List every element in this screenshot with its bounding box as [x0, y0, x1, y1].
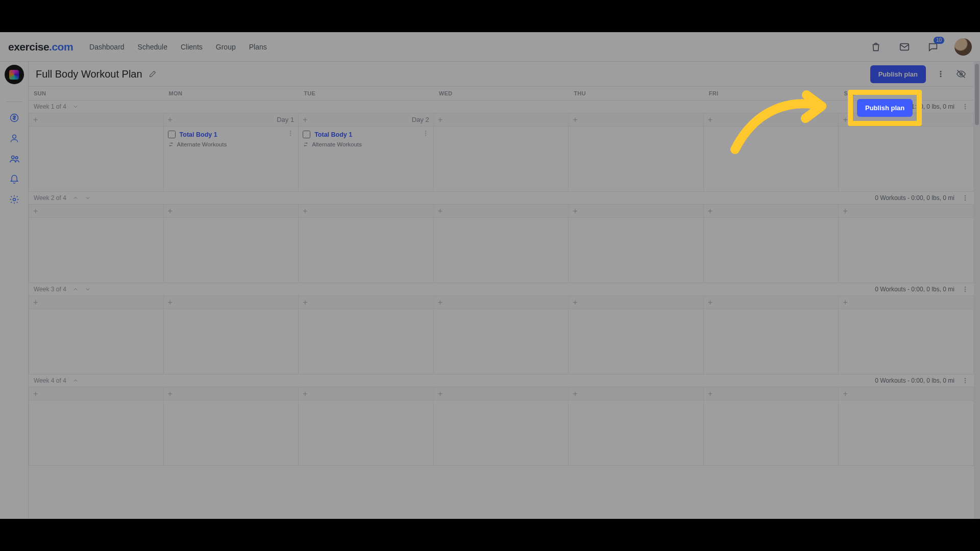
- day-cell[interactable]: [569, 217, 704, 283]
- week-more-icon[interactable]: [962, 377, 969, 384]
- day-cell[interactable]: [569, 126, 704, 191]
- add-workout-icon[interactable]: +: [438, 298, 443, 307]
- chat-icon[interactable]: 10: [926, 40, 940, 54]
- alternate-workouts-row[interactable]: Alternate Workouts: [303, 141, 429, 147]
- plan-more-icon[interactable]: [935, 68, 946, 80]
- add-workout-icon[interactable]: +: [33, 390, 38, 398]
- day-cell[interactable]: [29, 217, 164, 283]
- day-cell[interactable]: Total Body 1Alternate Workouts: [164, 126, 299, 191]
- scrollbar-thumb[interactable]: [975, 64, 979, 125]
- add-workout-icon[interactable]: +: [573, 207, 577, 215]
- day-cell[interactable]: [29, 309, 164, 374]
- week-more-icon[interactable]: [962, 103, 969, 110]
- chevron-down-icon[interactable]: [72, 104, 79, 110]
- workout-more-icon[interactable]: [287, 130, 294, 137]
- day-cell[interactable]: [299, 309, 434, 374]
- add-workout-icon[interactable]: +: [168, 390, 173, 398]
- day-cell[interactable]: [299, 400, 434, 465]
- day-cell[interactable]: [299, 217, 434, 283]
- day-cell[interactable]: [704, 217, 839, 283]
- shop-icon[interactable]: [869, 40, 883, 54]
- workout-checkbox[interactable]: [168, 131, 176, 138]
- day-cell[interactable]: [704, 309, 839, 374]
- day-cell[interactable]: [704, 400, 839, 465]
- nav-dashboard[interactable]: Dashboard: [89, 43, 125, 51]
- nav-schedule[interactable]: Schedule: [138, 43, 167, 51]
- day-cell[interactable]: [839, 400, 974, 465]
- add-workout-icon[interactable]: +: [168, 298, 173, 307]
- add-workout-icon[interactable]: +: [303, 390, 307, 398]
- add-workout-icon[interactable]: +: [168, 207, 173, 215]
- add-workout-icon[interactable]: +: [708, 207, 713, 215]
- day-cell[interactable]: [29, 126, 164, 191]
- svg-point-6: [940, 71, 941, 72]
- add-workout-icon[interactable]: +: [33, 298, 38, 307]
- nav-plans[interactable]: Plans: [249, 43, 267, 51]
- add-workout-icon[interactable]: +: [438, 207, 443, 215]
- workout-item[interactable]: Total Body 1: [303, 131, 422, 138]
- edit-icon[interactable]: [149, 70, 157, 78]
- add-workout-icon[interactable]: +: [303, 298, 307, 307]
- nav-clients[interactable]: Clients: [181, 43, 203, 51]
- add-workout-icon[interactable]: +: [168, 116, 173, 124]
- day-cell[interactable]: [569, 400, 704, 465]
- add-workout-icon[interactable]: +: [33, 116, 38, 124]
- add-workout-icon[interactable]: +: [438, 116, 443, 124]
- user-avatar[interactable]: [954, 38, 972, 56]
- svg-point-18: [425, 135, 426, 136]
- rail-billing-icon[interactable]: [7, 110, 22, 126]
- workout-item[interactable]: Total Body 1: [168, 131, 287, 138]
- add-workout-icon[interactable]: +: [573, 390, 577, 398]
- day-cell[interactable]: [434, 126, 569, 191]
- add-workout-icon[interactable]: +: [843, 298, 847, 307]
- add-workout-icon[interactable]: +: [708, 298, 713, 307]
- day-cell[interactable]: [569, 309, 704, 374]
- chevron-up-icon[interactable]: [72, 286, 79, 292]
- workout-checkbox[interactable]: [303, 131, 310, 138]
- day-cell[interactable]: [29, 400, 164, 465]
- add-workout-icon[interactable]: +: [33, 207, 38, 215]
- add-workout-icon[interactable]: +: [303, 116, 307, 124]
- add-workout-icon[interactable]: +: [438, 390, 443, 398]
- day-label: Day 1: [277, 116, 294, 123]
- day-cell[interactable]: [839, 217, 974, 283]
- alternate-workouts-row[interactable]: Alternate Workouts: [168, 141, 295, 147]
- add-workout-icon[interactable]: +: [843, 116, 847, 124]
- add-workout-icon[interactable]: +: [573, 298, 577, 307]
- chevron-up-icon[interactable]: [72, 195, 79, 201]
- day-cell[interactable]: [839, 126, 974, 191]
- add-workout-icon[interactable]: +: [708, 116, 713, 124]
- chevron-up-icon[interactable]: [72, 378, 79, 384]
- scrollbar[interactable]: [974, 62, 980, 519]
- add-workout-icon[interactable]: +: [573, 116, 577, 124]
- brand-logo[interactable]: exercise.com: [8, 41, 73, 53]
- workout-more-icon[interactable]: [422, 130, 429, 137]
- rail-settings-icon[interactable]: [7, 192, 22, 207]
- day-cell[interactable]: [164, 309, 299, 374]
- rail-bell-icon[interactable]: [7, 171, 22, 187]
- add-workout-icon[interactable]: +: [843, 390, 847, 398]
- week-more-icon[interactable]: [962, 286, 969, 293]
- publish-plan-button[interactable]: Publish plan: [870, 65, 926, 83]
- mail-icon[interactable]: [897, 40, 912, 54]
- day-cell[interactable]: [434, 217, 569, 283]
- add-workout-icon[interactable]: +: [708, 390, 713, 398]
- day-cell[interactable]: [839, 309, 974, 374]
- visibility-off-icon[interactable]: [955, 68, 967, 80]
- rail-user-icon[interactable]: [7, 131, 22, 146]
- publish-plan-button-highlighted[interactable]: Publish plan: [857, 99, 913, 117]
- org-logo[interactable]: [5, 65, 24, 84]
- chevron-down-icon[interactable]: [85, 195, 91, 201]
- day-cell[interactable]: [434, 400, 569, 465]
- day-cell[interactable]: [164, 400, 299, 465]
- rail-groups-icon[interactable]: [7, 151, 22, 166]
- day-cell[interactable]: [164, 217, 299, 283]
- nav-group[interactable]: Group: [216, 43, 236, 51]
- day-cell[interactable]: [434, 309, 569, 374]
- day-header-mon: MON: [164, 87, 299, 100]
- chevron-down-icon[interactable]: [85, 286, 91, 292]
- day-cell[interactable]: Total Body 1Alternate Workouts: [299, 126, 434, 191]
- add-workout-icon[interactable]: +: [843, 207, 847, 215]
- week-more-icon[interactable]: [962, 194, 969, 202]
- add-workout-icon[interactable]: +: [303, 207, 307, 215]
